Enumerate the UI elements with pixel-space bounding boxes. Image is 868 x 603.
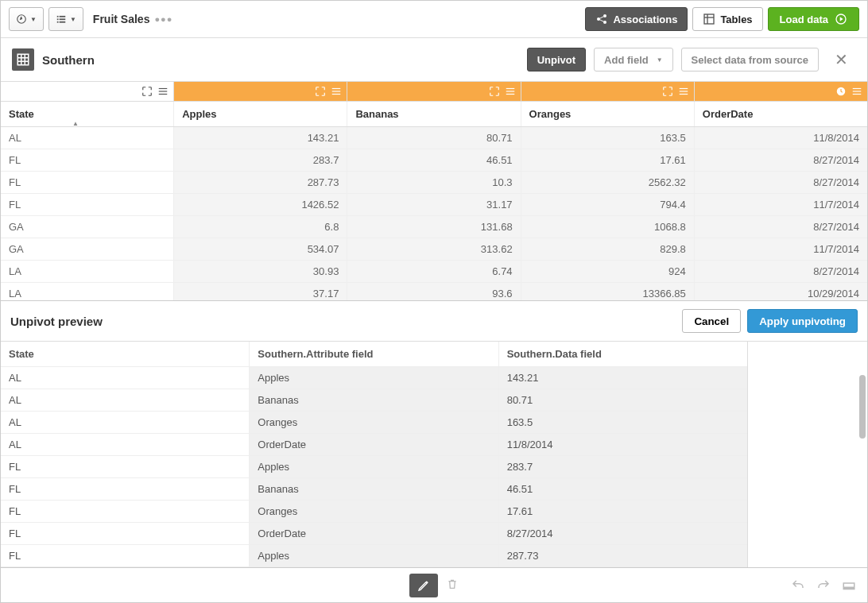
preview-title: Unpivot preview (10, 315, 103, 328)
svg-rect-33 (853, 91, 862, 91)
associations-icon (595, 13, 608, 25)
preview-row: FLBananas46.51 (1, 478, 747, 501)
preview-side-area (748, 342, 867, 567)
svg-rect-20 (159, 91, 168, 91)
menu-icon (678, 86, 689, 97)
header-state[interactable]: State▲ (1, 102, 174, 126)
preview-header-state[interactable]: State (1, 342, 250, 366)
data-row: FL287.7310.32562.328/27/2014 (1, 172, 867, 194)
preview-header-attr[interactable]: Southern.Attribute field (250, 342, 498, 366)
column-actions-orderdate[interactable] (695, 82, 867, 101)
unpivot-button[interactable]: Unpivot (527, 48, 586, 72)
bottom-toolbar (1, 567, 867, 602)
list-dropdown[interactable]: ▼ (48, 7, 83, 31)
svg-point-8 (603, 14, 606, 17)
data-row: LA37.1793.613366.8510/29/2014 (1, 283, 867, 300)
preview-header-data[interactable]: Southern.Data field (499, 342, 747, 366)
delete-button (446, 578, 459, 593)
edit-button[interactable] (409, 574, 438, 597)
tables-icon (703, 13, 715, 25)
svg-rect-14 (17, 54, 29, 65)
select-data-label: Select data from source (692, 54, 808, 66)
list-icon (56, 14, 67, 25)
associations-label: Associations (613, 14, 677, 25)
table-icon (12, 48, 34, 71)
preview-row: ALApples143.21 (1, 367, 747, 389)
add-field-dropdown[interactable]: Add field ▼ (594, 48, 673, 72)
svg-rect-10 (704, 14, 714, 24)
panel-icon[interactable] (842, 578, 856, 593)
caret-down-icon: ▼ (70, 16, 76, 23)
data-row: LA30.936.749248/27/2014 (1, 261, 867, 283)
select-data-button[interactable]: Select data from source (681, 48, 819, 72)
svg-rect-25 (506, 88, 514, 89)
menu-icon (331, 86, 342, 97)
column-actions-apples[interactable] (174, 82, 347, 101)
preview-header-row: State Southern.Attribute field Southern.… (1, 342, 747, 367)
breadcrumb-table-name: Fruit Sales ●●● (93, 13, 173, 25)
svg-point-7 (597, 17, 600, 21)
ellipsis-icon[interactable]: ●●● (154, 14, 172, 24)
scrollbar-thumb[interactable] (859, 375, 866, 439)
column-actions-bananas[interactable] (347, 82, 521, 101)
expand-icon (662, 86, 673, 97)
header-orderdate[interactable]: OrderDate (695, 102, 867, 126)
menu-icon (505, 86, 516, 97)
menu-icon (157, 86, 169, 97)
svg-point-9 (603, 21, 606, 24)
header-oranges[interactable]: Oranges (521, 102, 695, 126)
data-row: FL1426.5231.17794.411/7/2014 (1, 194, 867, 216)
caret-down-icon: ▼ (30, 16, 37, 23)
column-actions-oranges[interactable] (521, 82, 695, 101)
expand-icon (489, 86, 500, 97)
data-row: GA6.8131.681068.88/27/2014 (1, 216, 867, 238)
preview-row: FLOrderDate8/27/2014 (1, 523, 747, 545)
close-button[interactable]: ✕ (827, 50, 856, 69)
preview-row: ALOranges163.5 (1, 412, 747, 434)
cancel-button[interactable]: Cancel (682, 309, 741, 333)
load-data-label: Load data (780, 14, 828, 25)
load-data-button[interactable]: Load data (768, 7, 859, 31)
header-apples[interactable]: Apples (174, 102, 347, 126)
compass-icon (16, 14, 27, 25)
preview-row: FLOranges17.61 (1, 501, 747, 523)
svg-rect-30 (680, 94, 688, 95)
compass-dropdown[interactable]: ▼ (9, 7, 44, 31)
svg-rect-27 (506, 94, 514, 95)
svg-rect-36 (843, 586, 854, 589)
svg-rect-34 (853, 94, 862, 95)
svg-rect-22 (332, 88, 341, 89)
table-name-text: Fruit Sales (93, 13, 150, 25)
header-bananas[interactable]: Bananas (347, 102, 521, 126)
preview-table: State Southern.Attribute field Southern.… (1, 342, 747, 567)
svg-rect-21 (159, 94, 168, 95)
data-grid: AL143.2180.71163.511/8/2014 FL283.746.51… (1, 127, 867, 300)
undo-icon[interactable] (791, 578, 805, 593)
add-field-label: Add field (604, 54, 649, 66)
preview-row: ALOrderDate11/8/2014 (1, 434, 747, 456)
preview-area: State Southern.Attribute field Southern.… (1, 342, 867, 567)
redo-icon[interactable] (816, 578, 831, 593)
associations-button[interactable]: Associations (585, 7, 688, 31)
svg-rect-2 (60, 16, 66, 17)
svg-rect-23 (332, 91, 341, 91)
apply-unpivoting-button[interactable]: Apply unpivoting (747, 309, 858, 333)
trash-icon (446, 578, 459, 590)
unpivot-label: Unpivot (537, 54, 575, 66)
menu-icon (851, 86, 862, 97)
column-actions-state[interactable] (1, 82, 174, 101)
preview-row: FLApples287.73 (1, 545, 747, 567)
unpivot-preview-header: Unpivot preview Cancel Apply unpivoting (1, 300, 867, 342)
caret-down-icon: ▼ (657, 56, 663, 64)
svg-rect-5 (57, 21, 59, 23)
svg-rect-28 (680, 88, 688, 89)
svg-rect-26 (506, 91, 514, 91)
table-subheader: Southern Unpivot Add field ▼ Select data… (1, 38, 867, 82)
data-row: AL143.2180.71163.511/8/2014 (1, 127, 867, 149)
data-row: FL283.746.5117.618/27/2014 (1, 149, 867, 172)
svg-rect-3 (57, 18, 59, 20)
tables-button[interactable]: Tables (692, 7, 762, 31)
column-action-bar (1, 82, 867, 102)
svg-rect-32 (853, 88, 862, 89)
svg-rect-6 (60, 21, 66, 23)
